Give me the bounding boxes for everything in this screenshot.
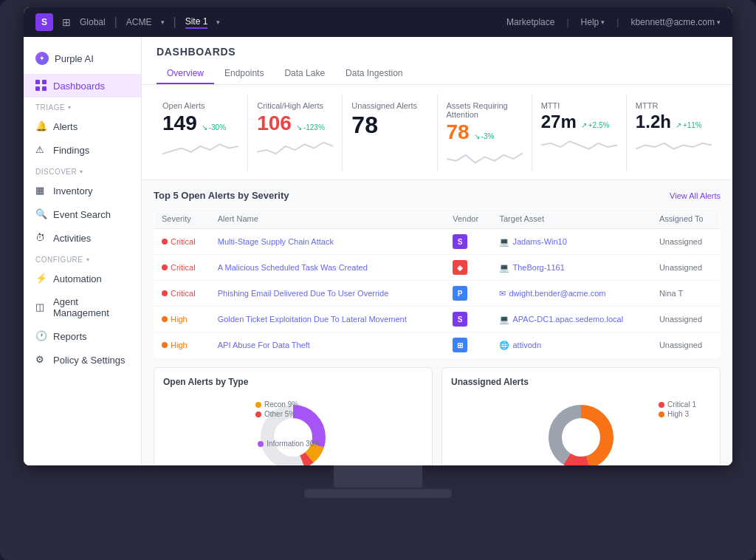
topbar-divider2: | [173,16,176,29]
metric-critical-high-change: ↘-123% [296,123,325,132]
col-alert-name: Alert Name [210,209,445,229]
metric-mtti-change: ↗+2.5% [581,121,610,129]
sidebar-item-purple-ai[interactable]: ✦ Purple AI [24,46,141,74]
sidebar-item-policy-settings[interactable]: ⚙ Policy & Settings [24,348,141,372]
metrics-row: Open Alerts 149 ↘-30% Criti [142,85,732,180]
cell-severity-4: High [154,332,210,358]
metric-critical-high-sparkline [257,137,333,154]
legend-information: Information 30% [267,440,320,448]
table-row: Critical A Malicious Scheduled Task Was … [154,255,721,281]
sidebar-item-dashboards[interactable]: Dashboards [24,74,141,98]
inventory-icon: ▦ [35,185,47,197]
asset-link-4[interactable]: attivodn [512,341,541,349]
view-all-alerts-link[interactable]: View All Alerts [670,191,721,200]
charts-row: Open Alerts by Type [142,367,732,465]
table-row: High API Abuse For Data Theft ⊞ 🌐 attivo… [154,332,721,358]
severity-label-3: High [171,315,188,324]
alert-link-4[interactable]: API Abuse For Data Theft [218,341,310,349]
chevron-down-icon-site: ▾ [216,18,220,26]
metric-open-alerts-change: ↘-30% [202,123,226,132]
cell-vendor-1: ◈ [445,255,492,281]
sidebar-label-activities: Activities [53,233,91,244]
help-label: Help [581,17,599,27]
app-logo[interactable]: S [35,13,53,31]
metric-unassigned: Unassigned Alerts 78 [343,94,437,171]
cell-assigned-1: Unassigned [652,255,721,281]
asset-type-icon-3: 💻 [499,315,509,324]
vendor-icon-2: P [453,286,467,301]
severity-label-0: Critical [171,237,196,246]
topbar-divider1: | [114,16,117,29]
dashboard-tabs: Overview Endpoints Data Lake Data Ingest… [157,64,718,84]
topbar: S ⊞ Global | ACME ▾ | Site 1 ▾ Marketpla… [24,7,732,37]
chevron-down-icon-configure: ▾ [86,256,90,263]
alerts-table: Severity Alert Name Vendor Target Asset … [154,208,721,358]
agent-icon: ◫ [35,301,47,313]
sidebar-item-agent-management[interactable]: ◫ Agent Management [24,290,141,324]
sidebar-item-findings[interactable]: ⚠ Findings [24,138,141,162]
topbar-acme[interactable]: ACME [126,17,152,27]
monitor-base [304,489,452,498]
metric-unassigned-value: 78 [351,113,378,137]
chevron-down-icon-user: ▾ [717,18,721,26]
metric-assets-label: Assets Requiring Attention [447,101,523,119]
cell-asset-1: 💻 TheBorg-1161 [492,255,651,281]
severity-label-1: Critical [171,263,196,272]
donut-unassigned: Critical 1 High 3 [451,393,711,465]
cell-alert-name-1: A Malicious Scheduled Task Was Created [210,255,445,281]
cell-severity-1: Critical [154,255,210,281]
tab-data-ingestion[interactable]: Data Ingestion [335,64,413,84]
legend-recon: Recon 9% [264,400,298,409]
topbar-icon: ⊞ [62,16,71,28]
automation-icon: ⚡ [35,273,47,284]
tab-data-lake[interactable]: Data Lake [274,64,335,84]
sidebar-section-discover: DISCOVER ▾ [24,162,141,179]
sidebar-item-activities[interactable]: ⏱ Activities [24,226,141,250]
asset-link-2[interactable]: dwight.bender@acme.com [509,289,605,298]
metric-mttr-sparkline [636,134,712,151]
sidebar-item-event-search[interactable]: 🔍 Event Search [24,202,141,226]
sidebar-item-automation[interactable]: ⚡ Automation [24,267,141,290]
asset-link-1[interactable]: TheBorg-1161 [512,263,564,272]
help-link[interactable]: Help ▾ [581,17,605,27]
user-email: kbennett@acme.com [630,17,715,27]
metric-mtti: MTTI 27m ↗+2.5% [532,94,627,171]
severity-dot-4 [162,342,168,348]
alerts-table-body: Critical Multi-Stage Supply Chain Attack… [154,229,721,358]
cell-alert-name-2: Phishing Email Delivered Due To User Ove… [210,281,445,307]
dashboard-header: DASHBOARDS Overview Endpoints Data Lake … [142,37,732,85]
alert-icon: 🔔 [35,120,47,132]
alert-link-3[interactable]: Golden Ticket Exploitation Due To Latera… [218,315,407,324]
alerts-section: Top 5 Open Alerts by Severity View All A… [142,181,732,367]
metric-open-alerts-sparkline [162,137,238,154]
chart-open-by-type: Open Alerts by Type [154,367,433,465]
cell-severity-0: Critical [154,229,210,255]
col-severity: Severity [154,209,210,229]
alert-link-2[interactable]: Phishing Email Delivered Due To User Ove… [218,289,389,298]
alert-link-0[interactable]: Multi-Stage Supply Chain Attack [218,237,334,246]
user-menu[interactable]: kbennett@acme.com ▾ [630,17,721,27]
marketplace-link[interactable]: Marketplace [506,17,554,27]
sidebar-label-inventory: Inventory [53,185,92,197]
severity-label-2: Critical [171,289,196,298]
asset-link-3[interactable]: APAC-DC1.apac.sedemo.local [512,315,623,324]
tab-endpoints[interactable]: Endpoints [214,64,274,84]
metric-mttr-change: ↗+11% [676,121,702,129]
sidebar-item-alerts[interactable]: 🔔 Alerts [24,115,141,138]
metric-mtti-label: MTTI [541,101,617,110]
search-icon: 🔍 [35,208,47,220]
sidebar: ✦ Purple AI Dashboards TRIAGE ▾ [24,37,142,465]
asset-link-0[interactable]: Jadams-Win10 [512,237,566,246]
metric-mttr-value: 1.2h [636,113,671,131]
chevron-down-icon-triage: ▾ [68,104,72,111]
alert-link-1[interactable]: A Malicious Scheduled Task Was Created [218,263,368,272]
chart-open-legend: Recon 9% Other 5% Information 30% [255,400,298,420]
asset-type-icon-0: 💻 [499,237,509,247]
findings-icon: ⚠ [35,144,47,156]
tab-overview[interactable]: Overview [157,64,214,84]
col-vendor: Vendor [445,209,492,229]
sidebar-item-inventory[interactable]: ▦ Inventory [24,179,141,202]
sidebar-label-automation: Automation [53,273,102,284]
topbar-site[interactable]: Site 1 [185,16,208,29]
sidebar-item-reports[interactable]: 🕐 Reports [24,324,141,348]
